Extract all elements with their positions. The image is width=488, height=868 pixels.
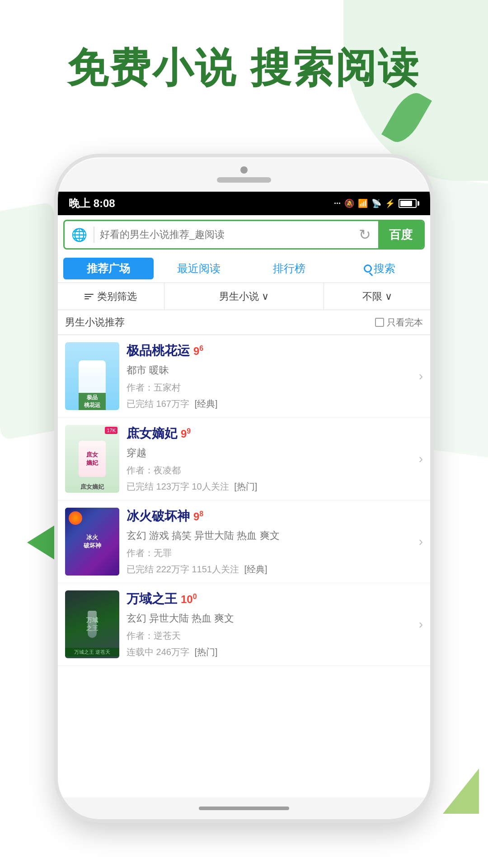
book-arrow-3: › — [415, 508, 423, 576]
book-arrow-4: › — [415, 590, 423, 658]
phone-frame: 晚上 8:08 ··· 🔕 📶 📡 ⚡ 🌐 好看的男生小说推荐_趣阅读 ↻ — [54, 154, 434, 823]
cover-badge-2: 17K — [105, 427, 117, 434]
book-meta-3: 已完结 222万字 1151人关注 [经典] — [127, 563, 408, 576]
book-title-2: 庶女嫡妃 — [127, 425, 177, 442]
tab-search-label: 搜索 — [374, 261, 395, 276]
book-rating-2: 99 — [181, 427, 191, 440]
book-author-1: 作者：五家村 — [127, 382, 408, 394]
book-cover-3: 冰火破坏神 — [65, 508, 119, 576]
list-item[interactable]: 庶女嫡妃 17K 庶女嫡妃 庶女嫡妃 99 穿越 作者：夜凌都 — [58, 418, 430, 500]
book-title-row-2: 庶女嫡妃 99 — [127, 425, 408, 442]
book-cover-1: 极品桃花运 — [65, 342, 119, 410]
book-genre-3: 玄幻 游戏 搞笑 异世大陆 热血 爽文 — [127, 529, 408, 542]
cover-art-1: 极品桃花运 — [65, 342, 119, 410]
cover-art-2: 庶女嫡妃 17K 庶女嫡妃 — [65, 425, 119, 493]
search-bar-container[interactable]: 🌐 好看的男生小说推荐_趣阅读 ↻ 百度 — [63, 220, 425, 250]
nav-tabs: 推荐广场 最近阅读 排行榜 搜索 — [58, 254, 430, 283]
main-title: 免费小说 搜索阅读 — [0, 41, 488, 96]
checkbox-box — [375, 318, 384, 327]
book-author-2: 作者：夜凌都 — [127, 464, 408, 476]
cover-bottom-label-2: 庶女嫡妃 — [65, 483, 119, 491]
book-tag-3: [经典] — [244, 564, 267, 574]
cover-orb-3 — [69, 511, 82, 525]
wifi-icon: 📶 — [358, 198, 368, 208]
tab-search[interactable]: 搜索 — [334, 258, 425, 279]
section-checkbox[interactable]: 只看完本 — [375, 316, 423, 329]
filter-category-label: 类别筛选 — [97, 290, 137, 303]
book-info-1: 极品桃花运 96 都市 暖昧 作者：五家村 已完结 167万字 [经典] — [119, 342, 415, 410]
list-item[interactable]: 冰火破坏神 冰火破坏神 98 玄幻 游戏 搞笑 异世大陆 热血 爽文 作者：无罪 — [58, 500, 430, 583]
book-tag-4: [热门] — [195, 647, 218, 657]
book-title-row-4: 万域之王 100 — [127, 590, 408, 608]
filter-type-icon: ∨ — [262, 291, 269, 302]
phone-screen: 晚上 8:08 ··· 🔕 📶 📡 ⚡ 🌐 好看的男生小说推荐_趣阅读 ↻ — [58, 192, 430, 797]
filter-limit[interactable]: 不限 ∨ — [324, 283, 430, 310]
charge-icon: ⚡ — [385, 198, 395, 208]
status-icons: ··· 🔕 📶 📡 ⚡ — [334, 198, 419, 208]
book-title-1: 极品桃花运 — [127, 342, 190, 359]
book-rating-3: 98 — [193, 510, 203, 523]
battery-tip — [418, 201, 419, 206]
cover-art-4: 万域之王 万城之王 逆苍天 — [65, 590, 119, 658]
book-cover-2: 庶女嫡妃 17K 庶女嫡妃 — [65, 425, 119, 493]
book-genre-4: 玄幻 异世大陆 热血 爽文 — [127, 612, 408, 625]
cover-figure-1: 极品桃花运 — [79, 360, 106, 410]
bg-triangle-bottom-right — [443, 769, 479, 814]
book-info-2: 庶女嫡妃 99 穿越 作者：夜凌都 已完结 123万字 10人关注 [热门] — [119, 425, 415, 493]
cover-art-3: 冰火破坏神 — [65, 508, 119, 576]
battery-fill — [400, 201, 412, 206]
book-rating-1: 96 — [193, 344, 203, 358]
section-header: 男生小说推荐 只看完本 — [58, 310, 430, 335]
book-cover-4: 万域之王 万城之王 逆苍天 — [65, 590, 119, 658]
book-rating-4: 100 — [181, 593, 197, 606]
filter-limit-label: 不限 — [362, 290, 382, 303]
section-title: 男生小说推荐 — [65, 316, 125, 329]
book-author-3: 作者：无罪 — [127, 547, 408, 559]
book-info-3: 冰火破坏神 98 玄幻 游戏 搞笑 异世大陆 热血 爽文 作者：无罪 已完结 2… — [119, 508, 415, 576]
phone-camera — [240, 166, 248, 174]
book-author-4: 作者：逆苍天 — [127, 630, 408, 642]
book-title-row-3: 冰火破坏神 98 — [127, 508, 408, 525]
globe-icon: 🌐 — [69, 225, 89, 245]
phone-speaker — [217, 177, 271, 183]
cover-text-2: 庶女嫡妃 — [86, 451, 98, 467]
battery-body — [399, 199, 417, 208]
bell-icon: 🔕 — [344, 198, 354, 208]
search-input[interactable]: 好看的男生小说推荐_趣阅读 — [94, 228, 351, 241]
book-meta-4: 连载中 246万字 [热门] — [127, 646, 408, 658]
refresh-icon[interactable]: ↻ — [351, 221, 378, 248]
tab-ranking[interactable]: 排行榜 — [244, 258, 334, 279]
signal-icon: 📡 — [371, 198, 381, 208]
cover-bottom-4: 万城之王 逆苍天 — [65, 648, 119, 656]
book-genre-1: 都市 暖昧 — [127, 363, 408, 377]
book-title-row-1: 极品桃花运 96 — [127, 342, 408, 359]
signal-dots: ··· — [334, 199, 341, 208]
cover-text-3: 冰火破坏神 — [84, 533, 101, 550]
filter-type[interactable]: 男生小说 ∨ — [164, 283, 324, 310]
list-item[interactable]: 万域之王 万城之王 逆苍天 万域之王 100 玄幻 异世大陆 热血 爽文 作者：… — [58, 583, 430, 666]
filter-limit-icon: ∨ — [385, 291, 392, 302]
cover-sword-4 — [88, 611, 97, 638]
book-list: 极品桃花运 极品桃花运 96 都市 暖昧 作者：五家村 已完结 167万字 — [58, 335, 430, 666]
phone-home-indicator — [199, 807, 289, 810]
cover-figure-2: 庶女嫡妃 — [79, 441, 106, 477]
book-genre-2: 穿越 — [127, 446, 408, 460]
status-bar: 晚上 8:08 ··· 🔕 📶 📡 ⚡ — [58, 192, 430, 215]
book-arrow-1: › — [415, 342, 423, 410]
filter-bar: 类别筛选 男生小说 ∨ 不限 ∨ — [58, 283, 430, 310]
book-title-3: 冰火破坏神 — [127, 508, 190, 525]
book-title-4: 万域之王 — [127, 590, 177, 608]
tab-recent[interactable]: 最近阅读 — [154, 258, 244, 279]
book-meta-2: 已完结 123万字 10人关注 [热门] — [127, 481, 408, 493]
cover-label-1: 极品桃花运 — [79, 393, 106, 410]
book-tag-1: [经典] — [195, 399, 218, 409]
search-nav-icon — [364, 264, 372, 273]
book-info-4: 万域之王 100 玄幻 异世大陆 热血 爽文 作者：逆苍天 连载中 246万字 … — [119, 590, 415, 658]
baidu-button[interactable]: 百度 — [378, 221, 423, 248]
checkbox-label: 只看完本 — [387, 316, 423, 329]
book-meta-1: 已完结 167万字 [经典] — [127, 398, 408, 410]
filter-type-label: 男生小说 — [219, 290, 259, 303]
tab-recommend[interactable]: 推荐广场 — [63, 258, 154, 279]
list-item[interactable]: 极品桃花运 极品桃花运 96 都市 暖昧 作者：五家村 已完结 167万字 — [58, 335, 430, 418]
filter-category[interactable]: 类别筛选 — [58, 283, 164, 310]
